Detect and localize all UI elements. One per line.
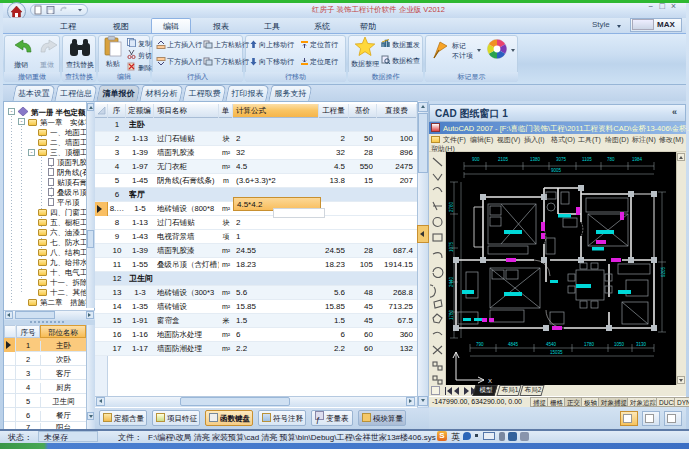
- svg-text:3075: 3075: [556, 157, 567, 162]
- svg-text:780: 780: [607, 157, 615, 162]
- svg-text:900: 900: [472, 157, 480, 162]
- svg-text:9005: 9005: [551, 168, 562, 173]
- svg-text:1780: 1780: [449, 309, 454, 320]
- svg-text:1075: 1075: [449, 241, 454, 252]
- svg-text:3130: 3130: [636, 342, 647, 347]
- svg-text:1050: 1050: [614, 342, 625, 347]
- svg-text:15035: 15035: [550, 350, 563, 355]
- svg-text:9205: 9205: [661, 266, 666, 277]
- svg-text:2440: 2440: [449, 276, 454, 287]
- svg-text:1105: 1105: [582, 157, 592, 162]
- svg-text:2760: 2760: [449, 201, 454, 212]
- svg-text:4540: 4540: [546, 342, 557, 347]
- svg-text:1984: 1984: [632, 157, 643, 162]
- svg-text:2105: 2105: [498, 157, 509, 162]
- svg-text:1780: 1780: [584, 342, 595, 347]
- svg-text:1380: 1380: [530, 157, 541, 162]
- svg-text:790: 790: [476, 342, 484, 347]
- svg-text:X: X: [488, 378, 492, 384]
- svg-text:4845: 4845: [508, 342, 519, 347]
